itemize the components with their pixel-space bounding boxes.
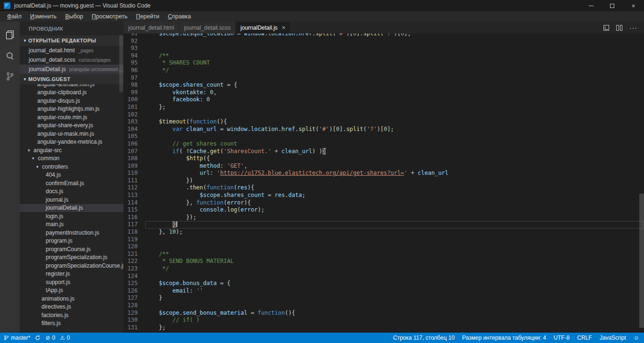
cursor-position[interactable]: Строка 117, столбец 10: [393, 335, 455, 341]
tree-file-programcourse-js[interactable]: programCourse.js: [20, 245, 124, 253]
more-actions-button[interactable]: ···: [629, 24, 637, 31]
tab-journal-detail-scss[interactable]: journal_detail.scss: [179, 22, 236, 33]
warning-count[interactable]: ⚠0: [60, 335, 70, 341]
scrollbar-thumb[interactable]: [639, 194, 644, 328]
tree-file-directives-js[interactable]: directives.js: [20, 303, 124, 311]
tree-file-programspecialization-js[interactable]: programSpecialization.js: [20, 253, 124, 262]
menu-item-5[interactable]: Перейти: [132, 12, 164, 21]
code-line[interactable]: 130 // if( ): [124, 317, 644, 324]
tree-file-angular-share-every-js[interactable]: angular-share-every.js: [20, 122, 124, 130]
source-control-button[interactable]: [0, 66, 20, 87]
code-line[interactable]: 109 method: 'GET',: [124, 163, 644, 170]
feedback-smiley[interactable]: ☺: [634, 335, 639, 341]
code-line[interactable]: 104 var clean_url = window.location.href…: [124, 126, 644, 133]
code-line[interactable]: 126 email: '': [124, 287, 644, 295]
menu-item-2[interactable]: Изменить: [26, 12, 61, 21]
tree-file-angular-yandex-metrica-js[interactable]: angular-yandex-metrica.js: [20, 138, 124, 147]
tree-file-login-js[interactable]: login.js: [20, 212, 124, 220]
tree-file-journal-js[interactable]: journal.js: [20, 196, 124, 204]
tree-file-tapp-js[interactable]: tApp.js: [20, 286, 124, 295]
code-line[interactable]: 118 }, 10);: [124, 229, 644, 236]
tree-file-support-js[interactable]: support.js: [20, 278, 124, 286]
menu-item-6[interactable]: Справка: [164, 12, 195, 21]
encoding[interactable]: UTF-8: [553, 335, 570, 341]
tree-file-journaldetail-js[interactable]: journalDetail.js: [20, 204, 124, 212]
code-line[interactable]: 120: [124, 243, 644, 251]
code-line[interactable]: 105: [124, 133, 644, 140]
tree-file-filters-js[interactable]: filters.js: [20, 319, 124, 328]
code-line[interactable]: 114 }, function(error){: [124, 199, 644, 207]
tree-file-program-js[interactable]: program.js: [20, 237, 124, 245]
code-line[interactable]: 123 */: [124, 265, 644, 273]
split-editor-icon[interactable]: [616, 25, 622, 31]
tree-file-angular-ui-mask-min-js[interactable]: angular-ui-mask.min.js: [20, 130, 124, 138]
tree-file-404-js[interactable]: 404.js: [20, 171, 124, 180]
close-icon[interactable]: ×: [282, 24, 286, 31]
tree-folder-controllers[interactable]: ▾controllers: [20, 163, 124, 171]
project-header[interactable]: ▾ MOVING.GUEST: [20, 74, 124, 84]
code-line[interactable]: 125 $scope.bonus_data = {: [124, 280, 644, 287]
code-line[interactable]: 112 .then(function(res){: [124, 184, 644, 192]
code-line[interactable]: 128: [124, 302, 644, 310]
code-editor[interactable]: 91 $scope.disqus_location = window.locat…: [124, 33, 644, 333]
minimize-button[interactable]: [580, 0, 602, 11]
menu-item-3[interactable]: Выбор: [61, 12, 87, 21]
editor-scrollbar[interactable]: [639, 33, 644, 333]
tree-file-main-js[interactable]: main.js: [20, 220, 124, 229]
code-line[interactable]: 113 $scope.shares_count = res.data;: [124, 192, 644, 199]
search-button[interactable]: [0, 45, 20, 66]
code-line[interactable]: 106 // get shares count: [124, 140, 644, 148]
open-editor-journal-detail-html[interactable]: journal_detail.html_pages: [20, 46, 124, 55]
tree-folder-common[interactable]: ▾common: [20, 155, 124, 163]
code-line[interactable]: 129 $scope.send_bonus_material = functio…: [124, 310, 644, 317]
language-mode[interactable]: JavaScript: [600, 335, 626, 341]
code-line[interactable]: 103 $timeout(function(){: [124, 118, 644, 126]
code-line[interactable]: 115 console.log(error);: [124, 206, 644, 214]
code-line[interactable]: 92: [124, 38, 644, 45]
code-line[interactable]: 102: [124, 111, 644, 119]
tab-journaldetail-js[interactable]: journalDetail.js×: [236, 22, 290, 33]
code-line[interactable]: 122 * SEND BONUS MATERIAL: [124, 258, 644, 265]
tree-file-angular-disqus-js[interactable]: angular-disqus.js: [20, 97, 124, 105]
tree-file-docs-js[interactable]: docs.js: [20, 188, 124, 196]
tree-folder-angular-src[interactable]: ▾angular-src: [20, 146, 124, 155]
restore-button[interactable]: [602, 0, 623, 11]
open-editor-journaldetail-js[interactable]: journalDetail.jsjs\angular-src\common\c.…: [20, 65, 124, 74]
code-line[interactable]: 94 /**: [124, 52, 644, 60]
code-line[interactable]: 93: [124, 45, 644, 52]
code-line[interactable]: 119: [124, 236, 644, 244]
indentation-setting[interactable]: Размер интервала табуляции: 4: [462, 335, 546, 341]
code-line[interactable]: 99 vkontakte: 0,: [124, 89, 644, 97]
code-line[interactable]: 111 }): [124, 177, 644, 185]
code-line[interactable]: 116 });: [124, 214, 644, 221]
code-line[interactable]: 117 }: [124, 221, 644, 229]
tree-file-angular-route-min-js[interactable]: angular-route.min.js: [20, 113, 124, 122]
git-branch-status[interactable]: master*: [4, 335, 30, 341]
code-line[interactable]: 110 url: 'https://u1752.blue.elastictech…: [124, 170, 644, 177]
tree-file-angular-highlightjs-min-js[interactable]: angular-highlightjs.min.js: [20, 105, 124, 114]
menu-item-4[interactable]: Просмотреть: [88, 12, 132, 21]
tree-file-factories-js[interactable]: factories.js: [20, 311, 124, 319]
code-line[interactable]: 108 $http({: [124, 155, 644, 163]
open-editors-header[interactable]: ▾ ОТКРЫТЫЕ РЕДАКТОРЫ: [20, 35, 124, 46]
git-sync-button[interactable]: [35, 335, 41, 341]
code-line[interactable]: 127 }: [124, 294, 644, 302]
code-line[interactable]: 107 if( !Cache.get('SharesCount.' + clea…: [124, 148, 644, 155]
tree-file-paymentinstruction-js[interactable]: paymentInstruction.js: [20, 229, 124, 237]
eol-setting[interactable]: CRLF: [577, 335, 592, 341]
explorer-button[interactable]: [0, 24, 20, 45]
code-line[interactable]: 96 */: [124, 67, 644, 74]
tab-journal-detail-html[interactable]: journal_detail.html: [124, 22, 179, 33]
code-line[interactable]: 131 };: [124, 324, 644, 332]
code-line[interactable]: 97: [124, 74, 644, 82]
open-editor-journal-detail-scss[interactable]: journal_detail.scsscss\scss\pages: [20, 55, 124, 65]
code-line[interactable]: 101 };: [124, 104, 644, 111]
code-line[interactable]: 95 * SHARES COUNT: [124, 59, 644, 67]
error-count[interactable]: ⊘0: [45, 335, 55, 341]
code-line[interactable]: 98 $scope.shares_count = {: [124, 82, 644, 89]
code-line[interactable]: 121 /**: [124, 251, 644, 258]
code-line[interactable]: 100 facebook: 0: [124, 96, 644, 104]
tree-file-programspecializationcourse-js[interactable]: programSpecializationCourse.js: [20, 261, 124, 270]
tree-file-angular-clipboard-js[interactable]: angular-clipboard.js: [20, 89, 124, 97]
code-line[interactable]: 124: [124, 273, 644, 280]
